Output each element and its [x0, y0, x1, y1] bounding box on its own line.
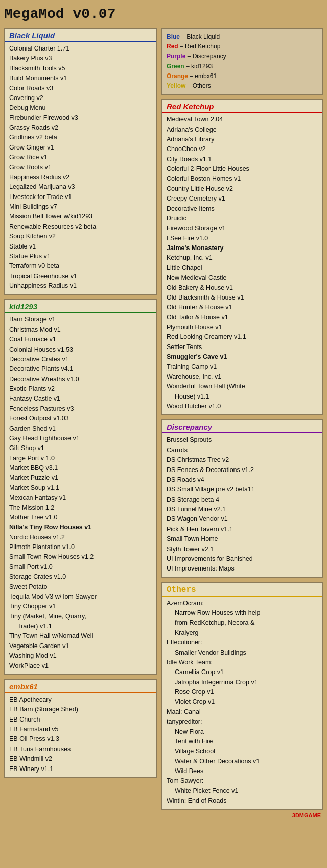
- list-item: EB Apothecary: [9, 695, 152, 705]
- list-item: Smaller Vendor Buildings: [167, 648, 318, 658]
- list-item: Red Looking Creamery v1.1: [167, 332, 318, 342]
- right-column: Blue – Black Liquid Red – Red Ketchup Pu…: [161, 28, 323, 810]
- list-item: Wood Butcher v1.0: [167, 402, 318, 411]
- list-item: ChooChoo v2: [167, 144, 318, 154]
- list-item: Kralyerg: [167, 628, 318, 638]
- list-item: Covering v2: [9, 93, 152, 103]
- list-item: Small Town Row Houses v1.2: [9, 552, 152, 562]
- list-item: Nordic Houses v1.2: [9, 533, 152, 542]
- list-item: Bakery Plus v3: [9, 54, 152, 63]
- list-item: Debug Menu: [9, 103, 152, 113]
- list-item: EB Farmstand v5: [9, 725, 152, 734]
- legend-line-red: Red – Red Ketchup: [167, 42, 318, 52]
- list-item: tanypreditor:: [167, 717, 318, 727]
- section-black-liquid: Black Liquid Colonial Charter 1.71 Baker…: [4, 28, 157, 295]
- list-item: Violet Crop v1: [167, 697, 318, 707]
- list-item: Mexican Fantasy v1: [9, 493, 152, 503]
- legend-color-green: Green: [167, 63, 184, 70]
- section-kid1293: kid1293 Barn Storage v1 Christmas Mod v1…: [4, 299, 157, 675]
- list-item: Tiny (Market, Mine, Quarry,: [9, 612, 152, 622]
- list-item: Christmas Mod v1: [9, 325, 152, 335]
- list-item: I See Fire v1.0: [167, 234, 318, 243]
- section-list-red-ketchup: Medieval Town 2.04 Adriana's College Adr…: [162, 113, 322, 414]
- list-item: Firebundler Firewood v3: [9, 113, 152, 123]
- list-item: Country Little House v2: [167, 184, 318, 194]
- legend-line-blue: Blue – Black Liquid: [167, 32, 318, 42]
- list-item: Decorative Wreaths v1.0: [9, 375, 152, 384]
- list-item: Vegetable Garden v1: [9, 641, 152, 651]
- list-item: Tequila Mod V3 w/Tom Sawyer: [9, 592, 152, 602]
- list-item: Large Port v 1.0: [9, 454, 152, 463]
- list-item: Wild Bees: [167, 766, 318, 776]
- list-item: Garden Shed v1: [9, 424, 152, 434]
- list-item: Decorative Items: [167, 204, 318, 214]
- section-header-others: Others: [162, 583, 322, 597]
- list-item: Rose Crop v1: [167, 687, 318, 697]
- list-item: EB Turis Farmhouses: [9, 745, 152, 754]
- list-item: Nilla's Tiny Row Houses v1: [9, 523, 152, 532]
- section-discrepancy: Discrepancy Brussel Sprouts Carrots DS C…: [161, 419, 323, 578]
- list-item: Happiness Radius v2: [9, 172, 152, 182]
- legend-color-red: Red: [167, 43, 178, 50]
- list-item: Carrots: [167, 445, 318, 455]
- list-item: Small Town Home: [167, 534, 318, 544]
- watermark: 3DMGAME: [4, 810, 323, 819]
- list-item: Ketchup, Inc. v1: [167, 253, 318, 263]
- list-item: Warehouse, Inc. v1: [167, 372, 318, 382]
- list-item: Idle Work Team:: [167, 658, 318, 667]
- list-item: Market BBQ v3.1: [9, 463, 152, 473]
- list-item: Colonial Charter 1.71: [9, 44, 152, 54]
- list-item: EB Church: [9, 715, 152, 725]
- list-item: Small Port v1.0: [9, 562, 152, 572]
- list-item: Tiny Chopper v1: [9, 602, 152, 611]
- list-item: Styth Tower v2.1: [167, 544, 318, 554]
- list-item: Colonial Houses v1.53: [9, 345, 152, 355]
- legend-line-purple: Purple – Discrepancy: [167, 52, 318, 61]
- legend-color-orange: Orange: [167, 72, 188, 80]
- list-item: Gift Shop v1: [9, 443, 152, 453]
- list-item: Brussel Sprouts: [167, 435, 318, 445]
- list-item: Mini Buildings v7: [9, 202, 152, 212]
- section-header-embx61: embx61: [5, 680, 156, 693]
- section-list-discrepancy: Brussel Sprouts Carrots DS Christmas Tre…: [162, 433, 322, 577]
- list-item: Jaime's Monastery: [167, 243, 318, 253]
- section-red-ketchup: Red Ketchup Medieval Town 2.04 Adriana's…: [161, 99, 323, 415]
- section-header-red-ketchup: Red Ketchup: [162, 100, 322, 113]
- list-item: Settler Tents: [167, 342, 318, 352]
- list-item: Market Soup v1.1: [9, 483, 152, 493]
- list-item: Narrow Row Houses with help: [167, 608, 318, 618]
- section-header-discrepancy: Discrepancy: [162, 420, 322, 433]
- list-item: Market Puzzle v1: [9, 473, 152, 483]
- list-item: Tropical Greenhouse v1: [9, 271, 152, 281]
- list-item: DS Roads v4: [167, 475, 318, 485]
- list-item: White Picket Fence v1: [167, 786, 318, 796]
- list-item: New Medieval Castle: [167, 273, 318, 283]
- list-item: Colorful 2-Floor Little Houses: [167, 164, 318, 174]
- section-list-kid1293: Barn Storage v1 Christmas Mod v1 Coal Fu…: [5, 313, 156, 674]
- list-item: Old Blacksmith & House v1: [167, 293, 318, 303]
- list-item: Soup Kitchen v2: [9, 232, 152, 241]
- list-item: Tiny Town Hall w/Nomad Well: [9, 631, 152, 641]
- list-item: Forest Outpost v1.03: [9, 414, 152, 424]
- list-item: Druidic: [167, 214, 318, 224]
- section-header-black-liquid: Black Liquid: [5, 29, 156, 42]
- list-item: Old Tailor & House v1: [167, 313, 318, 323]
- left-column: Black Liquid Colonial Charter 1.71 Baker…: [4, 28, 157, 778]
- list-item: Livestock for Trade v1: [9, 192, 152, 202]
- list-item: Fantasy Castle v1: [9, 394, 152, 404]
- list-item: Creepy Cemetery v1: [167, 194, 318, 204]
- list-item: Grow Roots v1: [9, 163, 152, 172]
- list-item: Plimoth Plantation v1.0: [9, 542, 152, 552]
- list-item: Pick & Hen Tavern v1.1: [167, 525, 318, 534]
- list-item: Legalized Marijuana v3: [9, 182, 152, 192]
- list-item: Mother Tree v1.0: [9, 513, 152, 523]
- list-item: UI Improvements for Banished: [167, 554, 318, 564]
- legend-color-yellow: Yellow: [167, 82, 185, 89]
- list-item: Renewable Resources v2 beta: [9, 222, 152, 232]
- list-item: Grassy Roads v2: [9, 123, 152, 133]
- legend-color-purple: Purple: [167, 53, 185, 60]
- list-item: DS Christmas Tree v2: [167, 455, 318, 465]
- list-item: Colorful Boston Homes v1: [167, 174, 318, 184]
- list-item: DS Tunnel Mine v2.1: [167, 505, 318, 514]
- list-item: Gridlines v2 beta: [9, 133, 152, 142]
